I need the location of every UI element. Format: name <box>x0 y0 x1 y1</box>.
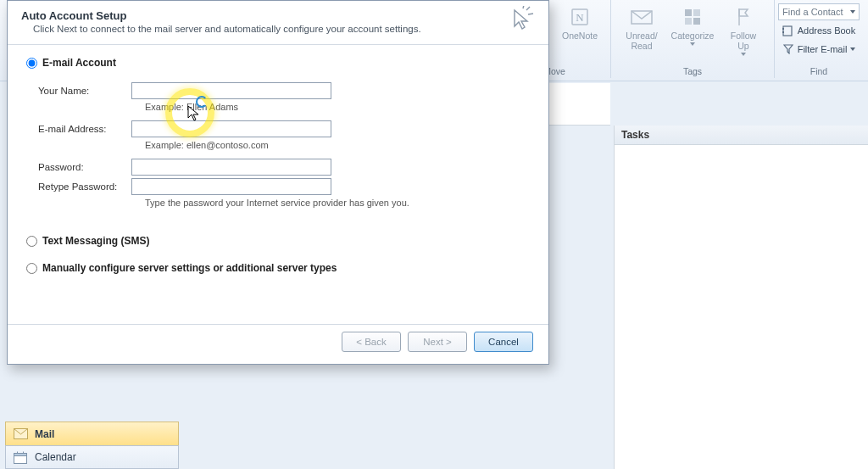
option-manual-label: Manually configure server settings or ad… <box>42 262 337 274</box>
retype-password-input[interactable] <box>131 178 331 195</box>
filter-email-button[interactable]: Filter E-mail <box>779 41 860 58</box>
categorize-icon <box>681 5 704 29</box>
option-email-radio[interactable] <box>26 58 37 69</box>
flag-icon <box>732 5 755 29</box>
dialog-subtitle: Click Next to connect to the mail server… <box>21 24 535 34</box>
ribbon-group-find-label: Find <box>810 66 827 78</box>
unread-read-label: Unread/ Read <box>626 31 657 51</box>
ribbon-group-find: Find a Contact Address Book Filter E-mai… <box>775 0 863 78</box>
password-input[interactable] <box>131 159 331 176</box>
address-book-icon <box>782 25 794 36</box>
find-contact-combo[interactable]: Find a Contact <box>778 3 860 20</box>
onenote-button-label: OneNote <box>562 31 598 41</box>
unread-read-button[interactable]: Unread/ Read <box>616 2 667 59</box>
svg-text:N: N <box>576 11 584 24</box>
option-sms-radio[interactable] <box>26 236 37 247</box>
svg-rect-8 <box>693 18 700 25</box>
nav-item-calendar[interactable]: Calendar <box>5 445 179 469</box>
followup-label: Follow Up <box>731 31 756 51</box>
your-name-label: Your Name: <box>38 86 131 96</box>
next-button[interactable]: Next > <box>408 332 467 352</box>
email-row: E-mail Address: <box>38 120 530 137</box>
chevron-down-icon <box>850 47 855 51</box>
find-contact-placeholder: Find a Contact <box>782 7 843 17</box>
svg-rect-9 <box>783 26 792 36</box>
your-name-hint: Example: Ellen Adams <box>38 102 530 112</box>
email-hint: Example: ellen@contoso.com <box>38 140 530 150</box>
back-button[interactable]: < Back <box>342 332 401 352</box>
funnel-icon <box>782 43 794 55</box>
option-manual-radio[interactable] <box>26 263 37 274</box>
ribbon-group-tags: Unread/ Read Categorize Follow Up Tags <box>611 0 775 78</box>
option-sms-label: Text Messaging (SMS) <box>42 235 149 247</box>
tasks-header: Tasks <box>615 126 868 145</box>
nav-item-mail[interactable]: Mail <box>5 422 179 445</box>
dialog-title: Auto Account Setup <box>21 9 535 22</box>
chevron-down-icon <box>850 10 855 14</box>
svg-line-17 <box>526 7 530 10</box>
svg-rect-10 <box>782 28 784 30</box>
cancel-button[interactable]: Cancel <box>474 332 533 352</box>
svg-line-19 <box>523 6 524 8</box>
ribbon-group-tags-label: Tags <box>683 66 702 78</box>
onenote-icon: N <box>568 5 592 29</box>
address-book-button[interactable]: Address Book <box>779 22 859 39</box>
dialog-footer: < Back Next > Cancel <box>8 324 548 364</box>
nav-item-calendar-label: Calendar <box>35 451 76 463</box>
account-setup-dialog: Auto Account Setup Click Next to connect… <box>7 0 549 365</box>
dialog-header: Auto Account Setup Click Next to connect… <box>8 1 548 45</box>
svg-rect-7 <box>685 18 692 25</box>
chevron-down-icon <box>690 42 695 46</box>
onenote-button[interactable]: N OneNote <box>554 2 605 49</box>
mail-icon <box>13 427 28 441</box>
retype-label: Retype Password: <box>38 181 131 192</box>
envelope-icon <box>630 5 654 29</box>
followup-button[interactable]: Follow Up <box>718 2 769 59</box>
dialog-body: E-mail Account Your Name: Example: Ellen… <box>8 45 548 324</box>
chevron-down-icon <box>741 53 746 56</box>
option-email-label: E-mail Account <box>42 57 116 69</box>
email-label: E-mail Address: <box>38 124 131 134</box>
filter-email-label: Filter E-mail <box>798 44 848 54</box>
password-label: Password: <box>38 162 131 172</box>
tasks-pane: Tasks <box>614 126 868 469</box>
categorize-button[interactable]: Categorize <box>667 2 718 59</box>
option-sms[interactable]: Text Messaging (SMS) <box>26 235 530 247</box>
your-name-input[interactable] <box>131 82 331 99</box>
categorize-label: Categorize <box>671 31 715 41</box>
calendar-icon <box>13 450 28 464</box>
password-row: Password: <box>38 159 530 176</box>
svg-rect-11 <box>782 31 784 33</box>
option-manual-config[interactable]: Manually configure server settings or ad… <box>26 262 530 274</box>
retype-row: Retype Password: <box>38 178 530 195</box>
option-email-account[interactable]: E-mail Account <box>26 57 530 69</box>
form-grid: Your Name: Example: Ellen Adams E-mail A… <box>26 74 530 220</box>
nav-item-mail-label: Mail <box>35 428 54 440</box>
svg-line-18 <box>528 14 533 14</box>
email-input[interactable] <box>131 120 331 137</box>
navigation-pane: Mail Calendar <box>5 422 179 469</box>
svg-rect-14 <box>14 453 27 455</box>
your-name-row: Your Name: <box>38 82 530 99</box>
cursor-click-icon <box>509 6 537 33</box>
address-book-label: Address Book <box>798 25 855 36</box>
password-hint: Type the password your Internet service … <box>38 198 530 208</box>
svg-rect-6 <box>693 9 700 16</box>
svg-rect-5 <box>685 9 692 16</box>
